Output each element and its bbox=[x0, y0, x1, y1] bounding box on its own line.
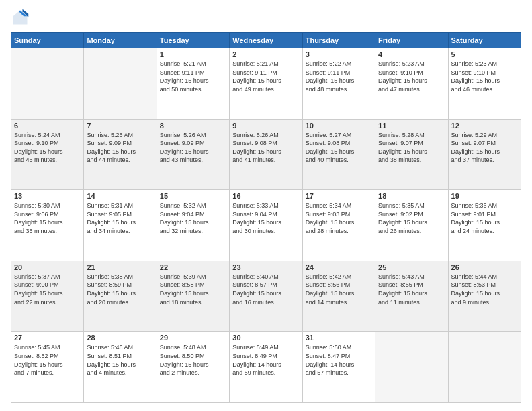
calendar-cell: 5Sunrise: 5:23 AM Sunset: 9:10 PM Daylig… bbox=[448, 48, 521, 120]
weekday-header: Monday bbox=[84, 33, 157, 48]
day-info: Sunrise: 5:33 AM Sunset: 9:04 PM Dayligh… bbox=[232, 201, 299, 235]
calendar-cell: 13Sunrise: 5:30 AM Sunset: 9:06 PM Dayli… bbox=[11, 190, 84, 261]
calendar-cell: 30Sunrise: 5:49 AM Sunset: 8:49 PM Dayli… bbox=[230, 332, 302, 403]
day-number: 6 bbox=[14, 122, 81, 130]
day-number: 10 bbox=[306, 122, 372, 130]
weekday-header: Sunday bbox=[11, 33, 84, 48]
day-number: 5 bbox=[451, 50, 518, 58]
day-info: Sunrise: 5:44 AM Sunset: 8:53 PM Dayligh… bbox=[451, 273, 518, 306]
day-info: Sunrise: 5:29 AM Sunset: 9:07 PM Dayligh… bbox=[451, 131, 518, 165]
calendar-cell bbox=[448, 332, 521, 403]
day-number: 14 bbox=[87, 192, 153, 200]
day-number: 22 bbox=[160, 263, 226, 271]
calendar-cell: 27Sunrise: 5:45 AM Sunset: 8:52 PM Dayli… bbox=[11, 332, 84, 403]
day-info: Sunrise: 5:48 AM Sunset: 8:50 PM Dayligh… bbox=[160, 343, 226, 377]
calendar-cell: 28Sunrise: 5:46 AM Sunset: 8:51 PM Dayli… bbox=[84, 332, 157, 403]
day-info: Sunrise: 5:49 AM Sunset: 8:49 PM Dayligh… bbox=[232, 343, 299, 377]
calendar-week-row: 6Sunrise: 5:24 AM Sunset: 9:10 PM Daylig… bbox=[11, 119, 521, 190]
calendar-week-row: 1Sunrise: 5:21 AM Sunset: 9:11 PM Daylig… bbox=[11, 48, 521, 120]
day-info: Sunrise: 5:23 AM Sunset: 9:10 PM Dayligh… bbox=[378, 60, 445, 93]
day-number: 24 bbox=[306, 263, 372, 271]
day-info: Sunrise: 5:34 AM Sunset: 9:03 PM Dayligh… bbox=[306, 201, 372, 235]
day-info: Sunrise: 5:37 AM Sunset: 9:00 PM Dayligh… bbox=[14, 273, 81, 306]
day-info: Sunrise: 5:40 AM Sunset: 8:57 PM Dayligh… bbox=[232, 273, 299, 306]
day-number: 11 bbox=[378, 122, 445, 130]
weekday-header: Tuesday bbox=[157, 33, 229, 48]
calendar-cell: 29Sunrise: 5:48 AM Sunset: 8:50 PM Dayli… bbox=[157, 332, 229, 403]
day-info: Sunrise: 5:38 AM Sunset: 8:59 PM Dayligh… bbox=[87, 273, 153, 306]
day-info: Sunrise: 5:31 AM Sunset: 9:05 PM Dayligh… bbox=[87, 201, 153, 235]
day-info: Sunrise: 5:35 AM Sunset: 9:02 PM Dayligh… bbox=[378, 201, 445, 235]
calendar-cell: 16Sunrise: 5:33 AM Sunset: 9:04 PM Dayli… bbox=[230, 190, 302, 261]
calendar-cell: 26Sunrise: 5:44 AM Sunset: 8:53 PM Dayli… bbox=[448, 261, 521, 332]
day-info: Sunrise: 5:30 AM Sunset: 9:06 PM Dayligh… bbox=[14, 201, 81, 235]
calendar-cell bbox=[11, 48, 84, 120]
day-number: 13 bbox=[14, 192, 81, 200]
weekday-header: Saturday bbox=[448, 33, 521, 48]
day-number: 17 bbox=[306, 192, 372, 200]
weekday-header: Friday bbox=[375, 33, 448, 48]
day-info: Sunrise: 5:24 AM Sunset: 9:10 PM Dayligh… bbox=[14, 131, 81, 165]
calendar-week-row: 27Sunrise: 5:45 AM Sunset: 8:52 PM Dayli… bbox=[11, 332, 521, 403]
day-number: 15 bbox=[160, 192, 226, 200]
day-number: 19 bbox=[451, 192, 518, 200]
calendar-cell: 22Sunrise: 5:39 AM Sunset: 8:58 PM Dayli… bbox=[157, 261, 229, 332]
weekday-header: Thursday bbox=[302, 33, 375, 48]
calendar-cell: 12Sunrise: 5:29 AM Sunset: 9:07 PM Dayli… bbox=[448, 119, 521, 190]
logo bbox=[11, 8, 32, 27]
day-number: 29 bbox=[160, 334, 226, 342]
day-info: Sunrise: 5:45 AM Sunset: 8:52 PM Dayligh… bbox=[14, 343, 81, 377]
calendar-cell: 4Sunrise: 5:23 AM Sunset: 9:10 PM Daylig… bbox=[375, 48, 448, 120]
day-number: 20 bbox=[14, 263, 81, 271]
day-number: 12 bbox=[451, 122, 518, 130]
header bbox=[11, 8, 521, 27]
calendar-cell: 3Sunrise: 5:22 AM Sunset: 9:11 PM Daylig… bbox=[302, 48, 375, 120]
calendar-header-row: SundayMondayTuesdayWednesdayThursdayFrid… bbox=[11, 33, 521, 48]
calendar-cell: 6Sunrise: 5:24 AM Sunset: 9:10 PM Daylig… bbox=[11, 119, 84, 190]
day-number: 7 bbox=[87, 122, 153, 130]
day-info: Sunrise: 5:50 AM Sunset: 8:47 PM Dayligh… bbox=[306, 343, 372, 377]
calendar-cell: 7Sunrise: 5:25 AM Sunset: 9:09 PM Daylig… bbox=[84, 119, 157, 190]
calendar-cell: 2Sunrise: 5:21 AM Sunset: 9:11 PM Daylig… bbox=[230, 48, 302, 120]
day-info: Sunrise: 5:32 AM Sunset: 9:04 PM Dayligh… bbox=[160, 201, 226, 235]
calendar-cell bbox=[84, 48, 157, 120]
calendar-cell: 17Sunrise: 5:34 AM Sunset: 9:03 PM Dayli… bbox=[302, 190, 375, 261]
day-info: Sunrise: 5:25 AM Sunset: 9:09 PM Dayligh… bbox=[87, 131, 153, 165]
calendar-cell: 11Sunrise: 5:28 AM Sunset: 9:07 PM Dayli… bbox=[375, 119, 448, 190]
day-info: Sunrise: 5:26 AM Sunset: 9:08 PM Dayligh… bbox=[232, 131, 299, 165]
day-info: Sunrise: 5:28 AM Sunset: 9:07 PM Dayligh… bbox=[378, 131, 445, 165]
day-info: Sunrise: 5:23 AM Sunset: 9:10 PM Dayligh… bbox=[451, 60, 518, 93]
page: SundayMondayTuesdayWednesdayThursdayFrid… bbox=[0, 0, 532, 411]
calendar-cell bbox=[375, 332, 448, 403]
calendar-cell: 31Sunrise: 5:50 AM Sunset: 8:47 PM Dayli… bbox=[302, 332, 375, 403]
day-info: Sunrise: 5:42 AM Sunset: 8:56 PM Dayligh… bbox=[306, 273, 372, 306]
day-number: 31 bbox=[306, 334, 372, 342]
day-info: Sunrise: 5:21 AM Sunset: 9:11 PM Dayligh… bbox=[232, 60, 299, 93]
day-number: 3 bbox=[306, 50, 372, 58]
weekday-header: Wednesday bbox=[230, 33, 302, 48]
day-info: Sunrise: 5:39 AM Sunset: 8:58 PM Dayligh… bbox=[160, 273, 226, 306]
day-info: Sunrise: 5:46 AM Sunset: 8:51 PM Dayligh… bbox=[87, 343, 153, 377]
calendar-week-row: 20Sunrise: 5:37 AM Sunset: 9:00 PM Dayli… bbox=[11, 261, 521, 332]
day-info: Sunrise: 5:27 AM Sunset: 9:08 PM Dayligh… bbox=[306, 131, 372, 165]
calendar-cell: 15Sunrise: 5:32 AM Sunset: 9:04 PM Dayli… bbox=[157, 190, 229, 261]
calendar-cell: 21Sunrise: 5:38 AM Sunset: 8:59 PM Dayli… bbox=[84, 261, 157, 332]
day-number: 30 bbox=[232, 334, 299, 342]
day-info: Sunrise: 5:43 AM Sunset: 8:55 PM Dayligh… bbox=[378, 273, 445, 306]
day-number: 26 bbox=[451, 263, 518, 271]
day-number: 2 bbox=[232, 50, 299, 58]
calendar-cell: 10Sunrise: 5:27 AM Sunset: 9:08 PM Dayli… bbox=[302, 119, 375, 190]
calendar-cell: 9Sunrise: 5:26 AM Sunset: 9:08 PM Daylig… bbox=[230, 119, 302, 190]
day-info: Sunrise: 5:36 AM Sunset: 9:01 PM Dayligh… bbox=[451, 201, 518, 235]
day-number: 25 bbox=[378, 263, 445, 271]
logo-icon bbox=[11, 8, 30, 27]
calendar-cell: 8Sunrise: 5:26 AM Sunset: 9:09 PM Daylig… bbox=[157, 119, 229, 190]
day-number: 16 bbox=[232, 192, 299, 200]
day-number: 8 bbox=[160, 122, 226, 130]
calendar-cell: 24Sunrise: 5:42 AM Sunset: 8:56 PM Dayli… bbox=[302, 261, 375, 332]
day-number: 21 bbox=[87, 263, 153, 271]
day-number: 23 bbox=[232, 263, 299, 271]
day-number: 28 bbox=[87, 334, 153, 342]
day-number: 9 bbox=[232, 122, 299, 130]
calendar-table: SundayMondayTuesdayWednesdayThursdayFrid… bbox=[11, 32, 521, 403]
